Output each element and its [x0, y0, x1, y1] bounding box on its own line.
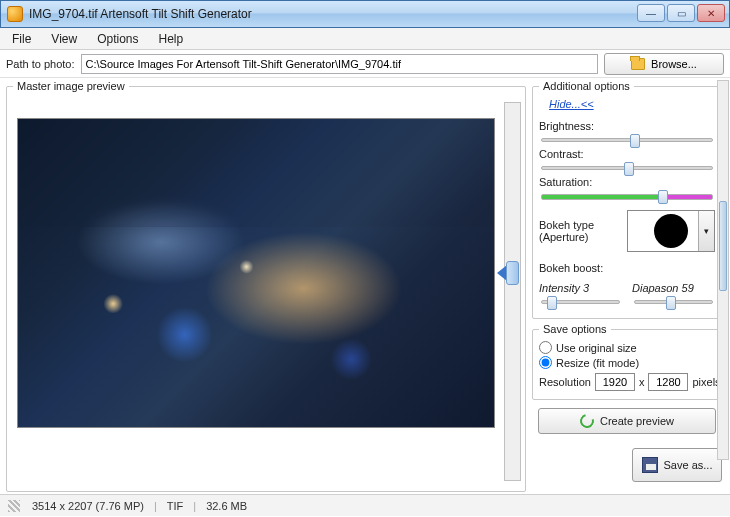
status-dimensions: 3514 x 2207 (7.76 MP) — [32, 500, 144, 512]
additional-options-group: Additional options Hide...<< Brightness:… — [532, 80, 722, 319]
save-options-group: Save options Use original size Resize (f… — [532, 323, 728, 400]
folder-icon — [631, 58, 645, 70]
disk-icon — [642, 457, 658, 473]
diapason-thumb[interactable] — [666, 296, 676, 310]
save-options-legend: Save options — [539, 323, 611, 335]
menubar: File View Options Help — [0, 28, 730, 50]
window-title: IMG_9704.tif Artensoft Tilt Shift Genera… — [29, 7, 252, 21]
contrast-thumb[interactable] — [624, 162, 634, 176]
create-preview-label: Create preview — [600, 415, 674, 427]
status-filesize: 32.6 MB — [206, 500, 247, 512]
height-input[interactable] — [648, 373, 688, 391]
use-original-radio[interactable] — [539, 341, 552, 354]
preview-group: Master image preview — [6, 80, 526, 492]
diapason-label: Diapason 59 — [632, 282, 694, 294]
resize-label: Resize (fit mode) — [556, 357, 639, 369]
app-icon — [7, 6, 23, 22]
minimize-button[interactable]: — — [637, 4, 665, 22]
bokeh-circle-icon — [654, 214, 688, 248]
statusbar: 3514 x 2207 (7.76 MP) | TIF | 32.6 MB — [0, 494, 730, 516]
browse-label: Browse... — [651, 58, 697, 70]
width-input[interactable] — [595, 373, 635, 391]
menu-file[interactable]: File — [12, 32, 31, 46]
create-preview-button[interactable]: Create preview — [538, 408, 716, 434]
bokeh-type-select[interactable]: ▾ — [627, 210, 715, 252]
chevron-down-icon[interactable]: ▾ — [698, 211, 714, 251]
refresh-icon — [577, 411, 596, 430]
contrast-slider[interactable] — [541, 166, 713, 170]
titlebar: IMG_9704.tif Artensoft Tilt Shift Genera… — [0, 0, 730, 28]
brightness-slider[interactable] — [541, 138, 713, 142]
maximize-button[interactable]: ▭ — [667, 4, 695, 22]
additional-options-legend: Additional options — [539, 80, 634, 92]
resize-radio[interactable] — [539, 356, 552, 369]
bokeh-boost-label: Bokeh boost: — [539, 262, 603, 274]
menu-help[interactable]: Help — [159, 32, 184, 46]
intensity-slider[interactable] — [541, 300, 620, 304]
right-scroll-thumb[interactable] — [719, 201, 727, 291]
saturation-thumb[interactable] — [658, 190, 668, 204]
path-row: Path to photo: Browse... — [0, 50, 730, 78]
path-label: Path to photo: — [6, 58, 75, 70]
save-as-button[interactable]: Save as... — [632, 448, 722, 482]
right-panel-scrollbar[interactable] — [717, 80, 729, 460]
status-format: TIF — [167, 500, 184, 512]
contrast-label: Contrast: — [539, 148, 715, 160]
bokeh-type-label: Bokeh type (Aperture) — [539, 219, 619, 243]
saturation-slider[interactable] — [541, 194, 713, 200]
preview-legend: Master image preview — [13, 80, 129, 92]
menu-options[interactable]: Options — [97, 32, 138, 46]
grip-icon — [8, 500, 20, 512]
res-x: x — [639, 376, 645, 388]
close-button[interactable]: ✕ — [697, 4, 725, 22]
browse-button[interactable]: Browse... — [604, 53, 724, 75]
brightness-thumb[interactable] — [630, 134, 640, 148]
intensity-thumb[interactable] — [547, 296, 557, 310]
use-original-label: Use original size — [556, 342, 637, 354]
intensity-label: Intensity 3 — [539, 282, 589, 294]
hide-options-link[interactable]: Hide...<< — [549, 98, 594, 110]
brightness-label: Brightness: — [539, 120, 715, 132]
preview-vscrollbar[interactable] — [504, 102, 521, 481]
scroll-thumb[interactable] — [506, 261, 519, 285]
saturation-label: Saturation: — [539, 176, 715, 188]
path-input[interactable] — [81, 54, 599, 74]
menu-view[interactable]: View — [51, 32, 77, 46]
save-as-label: Save as... — [664, 459, 713, 471]
resolution-label: Resolution — [539, 376, 591, 388]
preview-image[interactable] — [17, 118, 495, 428]
diapason-slider[interactable] — [634, 300, 713, 304]
